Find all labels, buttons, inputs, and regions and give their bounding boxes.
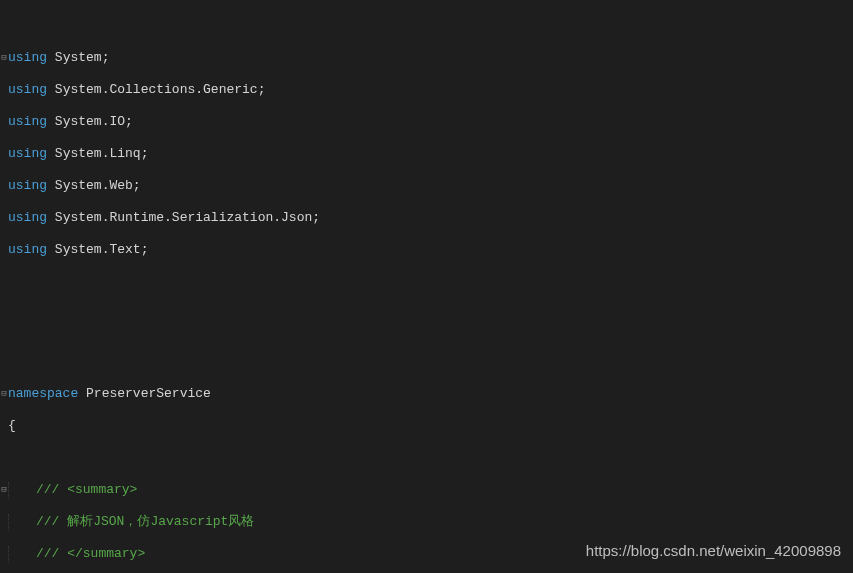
namespace-ref: System.IO xyxy=(55,114,125,129)
code-editor[interactable]: ⊟using System; using System.Collections.… xyxy=(0,0,853,573)
fold-icon[interactable]: ⊟ xyxy=(0,50,8,66)
namespace-name: PreserverService xyxy=(86,386,211,401)
keyword-namespace: namespace xyxy=(8,386,78,401)
xml-doc-comment: /// 解析JSON，仿Javascript风格 xyxy=(36,514,254,529)
keyword-using: using xyxy=(8,50,47,65)
fold-icon[interactable]: ⊟ xyxy=(0,482,8,498)
namespace-ref: System.Collections.Generic xyxy=(55,82,258,97)
xml-doc-comment: /// </summary> xyxy=(36,546,145,561)
xml-doc-comment: /// <summary> xyxy=(36,482,137,497)
namespace-ref: System.Linq xyxy=(55,146,141,161)
namespace-ref: System.Web xyxy=(55,178,133,193)
watermark-text: https://blog.csdn.net/weixin_42009898 xyxy=(586,543,841,559)
brace-open: { xyxy=(8,418,16,433)
namespace-ref: System.Runtime.Serialization.Json xyxy=(55,210,312,225)
namespace-ref: System.Text xyxy=(55,242,141,257)
namespace-ref: System xyxy=(55,50,102,65)
fold-icon[interactable]: ⊟ xyxy=(0,386,8,402)
